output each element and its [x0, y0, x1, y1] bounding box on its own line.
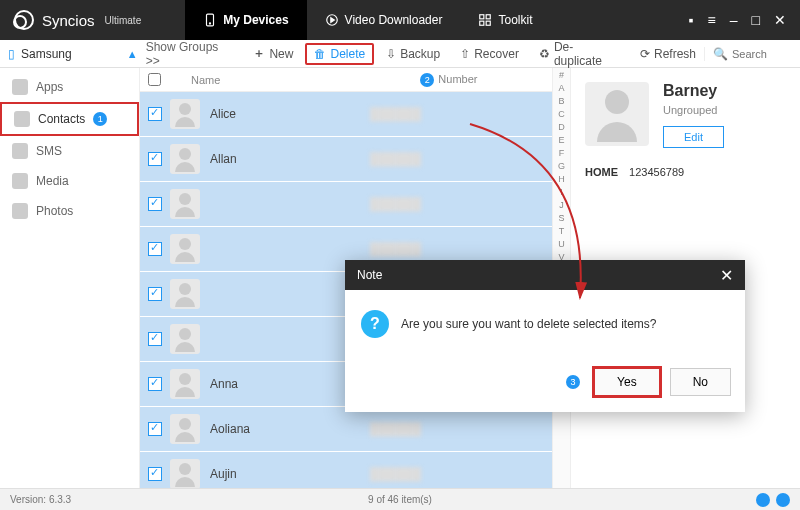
sidebar-item-photos[interactable]: Photos [0, 196, 139, 226]
dialog-message: Are you sure you want to delete selected… [401, 317, 656, 331]
contact-number: ██████ [370, 422, 421, 436]
avatar-icon [170, 144, 200, 174]
sms-icon [12, 143, 28, 159]
contact-name: Alice [210, 107, 370, 121]
nav-my-devices[interactable]: My Devices [185, 0, 306, 40]
nav-video-downloader[interactable]: Video Downloader [307, 0, 461, 40]
search-box[interactable]: 🔍 [704, 47, 792, 61]
sidebar-item-sms[interactable]: SMS [0, 136, 139, 166]
backup-button[interactable]: ⇩Backup [378, 44, 448, 64]
menu-icon[interactable]: ≡ [708, 12, 716, 28]
index-letter[interactable]: F [553, 148, 570, 161]
row-checkbox[interactable] [148, 467, 162, 481]
index-letter[interactable]: J [553, 200, 570, 213]
table-row[interactable]: ██████ [140, 182, 552, 227]
yes-button[interactable]: Yes [592, 366, 662, 398]
sidebar-label: Apps [36, 80, 63, 94]
index-letter[interactable]: E [553, 135, 570, 148]
contact-number: ██████ [370, 467, 421, 481]
sidebar-item-media[interactable]: Media [0, 166, 139, 196]
list-header: Name 2Number [140, 68, 552, 92]
recover-icon: ⇧ [460, 47, 470, 61]
row-checkbox[interactable] [148, 197, 162, 211]
index-letter[interactable]: T [553, 226, 570, 239]
no-button[interactable]: No [670, 368, 731, 396]
column-name: Name [191, 74, 220, 86]
eject-icon[interactable]: ▲ [127, 48, 138, 60]
maximize-icon[interactable]: □ [752, 12, 760, 28]
app-edition: Ultimate [105, 15, 142, 26]
detail-group: Ungrouped [663, 104, 724, 116]
index-letter[interactable]: S [553, 213, 570, 226]
table-row[interactable]: Allan██████ [140, 137, 552, 182]
avatar-icon [170, 234, 200, 264]
close-icon[interactable]: ✕ [774, 12, 786, 28]
search-input[interactable] [732, 48, 792, 60]
dedup-label: De-duplicate [554, 40, 620, 68]
sidebar-item-apps[interactable]: Apps [0, 72, 139, 102]
index-letter[interactable]: B [553, 96, 570, 109]
row-checkbox[interactable] [148, 332, 162, 346]
photos-icon [12, 203, 28, 219]
dialog-close-button[interactable]: ✕ [720, 266, 733, 285]
index-letter[interactable]: D [553, 122, 570, 135]
social-icons [756, 493, 790, 507]
index-letter[interactable]: # [553, 70, 570, 83]
recover-button[interactable]: ⇧Recover [452, 44, 527, 64]
avatar-icon [170, 414, 200, 444]
row-checkbox[interactable] [148, 152, 162, 166]
contacts-badge: 1 [93, 112, 107, 126]
new-button[interactable]: ＋New [245, 42, 301, 65]
index-letter[interactable]: C [553, 109, 570, 122]
index-letter[interactable]: I [553, 187, 570, 200]
top-nav: My Devices Video Downloader Toolkit [185, 0, 550, 40]
minimize-icon[interactable]: – [730, 12, 738, 28]
device-name: Samsung [21, 47, 72, 61]
avatar-icon [170, 99, 200, 129]
app-logo-icon [14, 10, 34, 30]
status-bar: Version: 6.3.3 9 of 46 item(s) [0, 488, 800, 510]
phone-icon: ▯ [8, 47, 15, 61]
facebook-icon[interactable] [756, 493, 770, 507]
phone-value: 123456789 [629, 166, 684, 178]
index-letter[interactable]: H [553, 174, 570, 187]
backup-label: Backup [400, 47, 440, 61]
nav-label: Video Downloader [345, 13, 443, 27]
contact-number: ██████ [370, 242, 421, 256]
delete-button[interactable]: 🗑Delete [305, 43, 374, 65]
row-checkbox[interactable] [148, 422, 162, 436]
svg-point-1 [210, 23, 211, 24]
table-row[interactable]: Aujin██████ [140, 452, 552, 488]
column-number: 2Number [420, 73, 477, 87]
step-2-marker: 2 [420, 73, 434, 87]
row-checkbox[interactable] [148, 242, 162, 256]
refresh-icon: ⟳ [640, 47, 650, 61]
device-selector[interactable]: ▯ Samsung ▲ [8, 47, 138, 61]
row-checkbox[interactable] [148, 377, 162, 391]
table-row[interactable]: Alice██████ [140, 92, 552, 137]
apps-icon [12, 79, 28, 95]
contacts-icon [14, 111, 30, 127]
new-label: New [269, 47, 293, 61]
index-letter[interactable]: U [553, 239, 570, 252]
index-letter[interactable]: G [553, 161, 570, 174]
deduplicate-button[interactable]: ♻De-duplicate [531, 37, 628, 71]
nav-toolkit[interactable]: Toolkit [460, 0, 550, 40]
select-all-checkbox[interactable] [148, 73, 161, 86]
show-groups-link[interactable]: Show Groups >> [146, 40, 236, 68]
dialog-header: Note ✕ [345, 260, 745, 290]
delete-label: Delete [330, 47, 365, 61]
dedup-icon: ♻ [539, 47, 550, 61]
contact-number: ██████ [370, 197, 421, 211]
twitter-icon[interactable] [776, 493, 790, 507]
sidebar-item-contacts[interactable]: Contacts1 [0, 102, 139, 136]
sidebar-label: Contacts [38, 112, 85, 126]
feedback-icon[interactable]: ▪ [689, 12, 694, 28]
svg-rect-4 [487, 15, 491, 19]
table-row[interactable]: Aoliana██████ [140, 407, 552, 452]
refresh-button[interactable]: ⟳Refresh [632, 44, 704, 64]
row-checkbox[interactable] [148, 287, 162, 301]
edit-button[interactable]: Edit [663, 126, 724, 148]
index-letter[interactable]: A [553, 83, 570, 96]
row-checkbox[interactable] [148, 107, 162, 121]
